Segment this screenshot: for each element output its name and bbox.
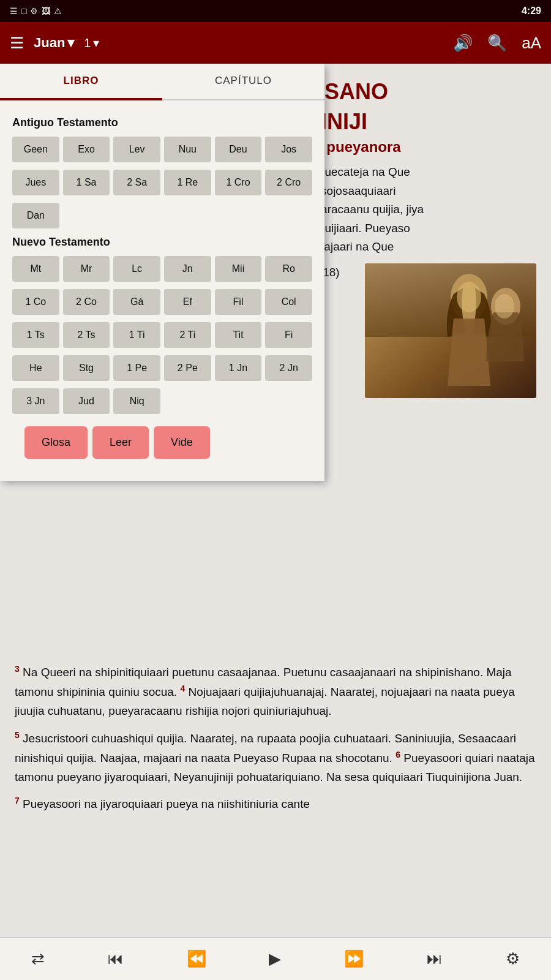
book-dropdown-icon: ▾ [67, 35, 74, 51]
book-niq[interactable]: Niq [113, 388, 160, 414]
status-icon-4: 🖼 [42, 6, 50, 16]
nt-row-3: 1 Ts 2 Ts 1 Ti 2 Ti Tit Fi [12, 322, 312, 348]
shuffle-btn[interactable]: ⇄ [31, 949, 45, 968]
action-leer[interactable]: Leer [92, 426, 149, 459]
status-icons: ☰ □ ⚙ 🖼 ⚠ [10, 6, 62, 16]
nt-row-1: Mt Mr Lc Jn Mii Ro [12, 256, 312, 282]
book-2cro[interactable]: 2 Cro [265, 170, 312, 195]
content-body: 3 Na Queeri na shipinitiquiaari puetunu … [15, 662, 536, 814]
chapter-selector[interactable]: 1 ▾ [84, 36, 99, 50]
ot-row-dan: Dan [12, 203, 312, 228]
content-subtitle: iri pueyanora [309, 138, 536, 156]
rewind-btn[interactable]: ⏪ [187, 949, 206, 968]
book-jn[interactable]: Jn [164, 256, 211, 282]
nt-row-4: He Stg 1 Pe 2 Pe 1 Jn 2 Jn [12, 355, 312, 381]
verse-7-text: 7 Pueyasoori na jiyaroquiaari pueya na n… [15, 794, 536, 814]
dropdown-tabs: LIBRO CAPÍTULO [0, 64, 324, 100]
book-deu[interactable]: Deu [215, 137, 262, 162]
dropdown-panel: LIBRO CAPÍTULO Antiguo Testamento Geen E… [0, 64, 324, 481]
ot-row-2: Jues 1 Sa 2 Sa 1 Re 1 Cro 2 Cro [12, 170, 312, 195]
status-bar: ☰ □ ⚙ 🖼 ⚠ 4:29 [0, 0, 551, 22]
status-time: 4:29 [522, 6, 541, 17]
book-jud[interactable]: Jud [63, 388, 110, 414]
bottom-actions: Glosa Leer Vide [24, 426, 300, 459]
chapter-label: 1 [84, 36, 91, 50]
book-jos[interactable]: Jos [265, 137, 312, 162]
book-1ti[interactable]: 1 Ti [113, 322, 160, 348]
book-1jn[interactable]: 1 Jn [215, 355, 262, 381]
content-title-2: JINIJI [309, 108, 536, 135]
ot-row-1: Geen Exo Lev Nuu Deu Jos [12, 137, 312, 162]
tab-capitulo[interactable]: CAPÍTULO [162, 64, 324, 99]
bottom-nav: ⇄ ⏮ ⏪ ▶ ⏩ ⏭ ⚙ [0, 937, 551, 980]
book-2jn[interactable]: 2 Jn [265, 355, 312, 381]
content-right-visible: ASANO JINIJI iri pueyanora amuecateja na… [309, 78, 536, 282]
forward-btn[interactable]: ⏩ [344, 949, 364, 968]
search-icon[interactable]: 🔍 [487, 34, 507, 53]
nt-row-2: 1 Co 2 Co Gá Ef Fil Col [12, 289, 312, 315]
verse-5-text: 5 Jesucristoori cuhuashiqui quijia. Naar… [15, 728, 536, 787]
book-2co[interactable]: 2 Co [63, 289, 110, 315]
book-nuu[interactable]: Nuu [164, 137, 211, 162]
dropdown-content: Antiguo Testamento Geen Exo Lev Nuu Deu … [0, 100, 324, 469]
book-stg[interactable]: Stg [63, 355, 110, 381]
bible-image-svg [365, 263, 536, 398]
book-1co[interactable]: 1 Co [12, 289, 59, 315]
book-ga[interactable]: Gá [113, 289, 160, 315]
book-label: Juan [34, 35, 65, 51]
content-preview-text: amuecateja na Que sesojosaaquiaari eyara… [309, 163, 536, 256]
play-btn[interactable]: ▶ [269, 949, 281, 968]
hamburger-icon[interactable]: ☰ [10, 34, 24, 53]
book-mr[interactable]: Mr [63, 256, 110, 282]
status-icon-3: ⚙ [30, 6, 38, 16]
prev-chapter-btn[interactable]: ⏮ [108, 949, 124, 968]
action-vide[interactable]: Vide [154, 426, 210, 459]
book-ef[interactable]: Ef [164, 289, 211, 315]
book-selector[interactable]: Juan ▾ [34, 35, 74, 51]
book-mt[interactable]: Mt [12, 256, 59, 282]
book-1ts[interactable]: 1 Ts [12, 322, 59, 348]
nt-section-title: Nuevo Testamento [12, 236, 312, 249]
book-3jn[interactable]: 3 Jn [12, 388, 59, 414]
book-col[interactable]: Col [265, 289, 312, 315]
book-lev[interactable]: Lev [113, 137, 160, 162]
book-fi[interactable]: Fi [265, 322, 312, 348]
book-2ti[interactable]: 2 Ti [164, 322, 211, 348]
ot-section-title: Antiguo Testamento [12, 116, 312, 129]
book-exo[interactable]: Exo [63, 137, 110, 162]
book-1re[interactable]: 1 Re [164, 170, 211, 195]
book-ro[interactable]: Ro [265, 256, 312, 282]
book-1pe[interactable]: 1 Pe [113, 355, 160, 381]
status-icon-1: ☰ [10, 6, 18, 16]
book-2sa[interactable]: 2 Sa [113, 170, 160, 195]
nt-row-5: 3 Jn Jud Niq [12, 388, 312, 414]
tab-libro[interactable]: LIBRO [0, 64, 162, 100]
svg-point-4 [457, 282, 481, 312]
top-bar-right: 🔊 🔍 aA [453, 34, 541, 53]
book-geen[interactable]: Geen [12, 137, 59, 162]
book-1sa[interactable]: 1 Sa [63, 170, 110, 195]
book-1cro[interactable]: 1 Cro [215, 170, 262, 195]
book-mii[interactable]: Mii [215, 256, 262, 282]
sound-icon[interactable]: 🔊 [453, 34, 473, 53]
bible-image [365, 263, 536, 398]
book-dan[interactable]: Dan [12, 203, 59, 228]
chapter-dropdown-icon: ▾ [93, 36, 99, 50]
book-2ts[interactable]: 2 Ts [63, 322, 110, 348]
top-bar-left: ☰ Juan ▾ 1 ▾ [10, 34, 99, 53]
content-title-1: ASANO [309, 78, 536, 105]
verse-3-text: 3 Na Queeri na shipinitiquiaari puetunu … [15, 662, 536, 721]
status-icon-2: □ [21, 6, 26, 16]
book-jues[interactable]: Jues [12, 170, 59, 195]
top-bar: ☰ Juan ▾ 1 ▾ 🔊 🔍 aA [0, 22, 551, 64]
next-chapter-btn[interactable]: ⏭ [427, 949, 443, 968]
book-fil[interactable]: Fil [215, 289, 262, 315]
book-he[interactable]: He [12, 355, 59, 381]
book-tit[interactable]: Tit [215, 322, 262, 348]
book-2pe[interactable]: 2 Pe [164, 355, 211, 381]
settings-nav-btn[interactable]: ⚙ [506, 949, 520, 968]
font-icon[interactable]: aA [522, 34, 541, 53]
book-lc[interactable]: Lc [113, 256, 160, 282]
action-glosa[interactable]: Glosa [24, 426, 88, 459]
status-icon-5: ⚠ [54, 6, 62, 16]
